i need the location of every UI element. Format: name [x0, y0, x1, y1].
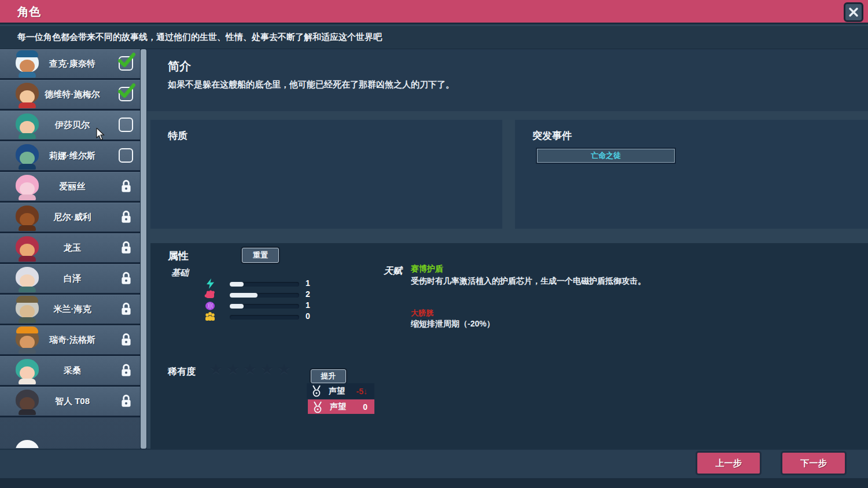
character-avatar — [14, 388, 41, 415]
lock-status — [119, 210, 134, 225]
events-title: 突发事件 — [532, 129, 572, 142]
lock-icon — [120, 332, 133, 347]
stat-bar[interactable] — [230, 293, 299, 298]
reputation-current-row: 声望 0 — [308, 399, 374, 414]
character-row[interactable]: 采桑 — [0, 356, 140, 387]
lock-status — [119, 363, 134, 378]
traits-panel: 特质 — [150, 120, 502, 229]
reputation-label: 声望 — [330, 402, 346, 412]
reset-button[interactable]: 重置 — [242, 248, 279, 263]
intro-section: 简介 如果不是躲在这艘船的底仓里，他可能已经死在了那群凶煞之人的刀下了。 — [147, 49, 868, 111]
lock-status — [119, 394, 134, 409]
character-row[interactable]: 查克·康奈特 — [0, 49, 140, 80]
character-avatar — [14, 82, 41, 108]
character-name: 查克·康奈特 — [39, 58, 105, 69]
character-row[interactable]: 瑞奇·法格斯 — [0, 325, 140, 356]
checkbox-checked[interactable] — [119, 56, 134, 71]
character-row[interactable]: 白泽 — [0, 264, 140, 295]
talent-label: 天赋 — [384, 265, 402, 277]
rarity-label: 稀有度 — [168, 366, 196, 378]
star-empty-icon: ★ — [226, 361, 243, 377]
talent-description: 受伤时有几率激活植入的护盾芯片，生成一个电磁护盾抵御攻击。 — [411, 276, 781, 287]
lock-icon — [120, 302, 133, 317]
character-row[interactable]: 莉娜·维尔斯 — [0, 141, 140, 172]
rarity-stars: ★★★★★ — [209, 361, 295, 377]
lock-icon — [120, 240, 133, 255]
stat-row: 1 — [204, 301, 389, 312]
lock-icon — [120, 271, 133, 286]
events-panel: 突发事件 亡命之徒 — [515, 120, 868, 229]
character-name: 德维特·施梅尔 — [39, 89, 105, 100]
subtitle-bar: 每一位角色都会带来不同的故事线，通过他们的生世、性情、处事去不断了解和适应这个世… — [0, 26, 868, 49]
intro-title: 简介 — [168, 58, 191, 74]
character-row[interactable]: 龙玉 — [0, 233, 140, 264]
event-item-button[interactable]: 亡命之徒 — [537, 149, 675, 163]
character-name: 伊莎贝尔 — [39, 120, 105, 131]
character-row[interactable]: 米兰·海克 — [0, 295, 140, 325]
character-row[interactable]: 伊莎贝尔 — [0, 111, 140, 141]
debuff-name: 大膀胱 — [411, 308, 433, 318]
stat-value: 2 — [306, 289, 310, 299]
checkbox[interactable] — [119, 148, 133, 163]
character-row — [0, 417, 140, 448]
character-row[interactable]: 尼尔·威利 — [0, 203, 140, 233]
character-avatar — [14, 296, 41, 323]
scrollbar[interactable] — [140, 49, 147, 469]
character-avatar — [14, 358, 41, 384]
character-avatar — [14, 204, 41, 231]
stat-bar-fill — [230, 293, 258, 298]
checkbox[interactable] — [119, 118, 133, 132]
stat-row: 0 — [204, 312, 389, 323]
stat-value: 0 — [306, 311, 310, 321]
character-name: 尼尔·威利 — [39, 212, 105, 223]
character-avatar — [14, 439, 41, 448]
star-empty-icon: ★ — [278, 361, 295, 377]
lock-status — [119, 179, 134, 194]
base-stats-label: 基础 — [171, 267, 189, 278]
stat-bar[interactable] — [230, 304, 299, 309]
check-icon — [117, 52, 136, 69]
previous-step-button[interactable]: 上一步 — [696, 451, 762, 475]
character-list: 查克·康奈特德维特·施梅尔伊莎贝尔莉娜·维尔斯爱丽丝尼尔·威利龙玉白泽米兰·海克… — [0, 49, 140, 469]
scrollbar-thumb[interactable] — [141, 49, 146, 449]
stat-bar[interactable] — [230, 315, 299, 320]
window-header: 角色 — [0, 0, 868, 24]
close-button[interactable] — [844, 2, 863, 22]
checkbox-unchecked[interactable] — [119, 148, 134, 163]
lock-status — [119, 240, 134, 255]
reputation-medal-icon — [311, 385, 322, 398]
upgrade-cost-row: 声望 -5↓ — [307, 383, 374, 399]
next-step-button[interactable]: 下一步 — [781, 451, 847, 475]
character-name: 莉娜·维尔斯 — [39, 151, 105, 162]
talent-name: 赛博护盾 — [411, 264, 443, 274]
stat-bar-fill — [230, 282, 244, 287]
debuff-description: 缩短排泄周期（-20%） — [411, 319, 495, 329]
character-avatar — [14, 266, 41, 292]
reputation-medal-icon — [312, 401, 323, 414]
stat-value: 1 — [306, 278, 310, 288]
social-icon — [204, 310, 216, 323]
character-window: 角色 每一位角色都会带来不同的故事线，通过他们的生世、性情、处事去不断了解和适应… — [0, 0, 868, 488]
character-name: 爱丽丝 — [39, 181, 105, 192]
checkbox-checked[interactable] — [119, 87, 134, 102]
checkbox-unchecked[interactable] — [119, 118, 134, 133]
character-row[interactable]: 德维特·施梅尔 — [0, 80, 140, 111]
lock-icon — [120, 179, 133, 194]
lock-icon — [120, 394, 133, 409]
check-icon — [117, 83, 136, 100]
stat-bar[interactable] — [230, 282, 299, 287]
lock-icon — [120, 210, 133, 225]
lock-status — [119, 332, 134, 347]
lock-icon — [120, 363, 133, 378]
character-row[interactable]: 智人 T08 — [0, 387, 140, 417]
character-row[interactable]: 爱丽丝 — [0, 172, 140, 203]
reputation-value: 0 — [363, 402, 367, 412]
window-bottom-edge — [0, 478, 868, 488]
page-title: 角色 — [17, 0, 41, 23]
upgrade-button[interactable]: 提升 — [311, 369, 346, 383]
base-stats-list: 1210 — [204, 279, 389, 323]
stat-row: 1 — [204, 279, 389, 290]
character-name: 龙玉 — [39, 243, 105, 254]
stat-row: 2 — [204, 290, 389, 301]
stat-value: 1 — [306, 300, 310, 310]
